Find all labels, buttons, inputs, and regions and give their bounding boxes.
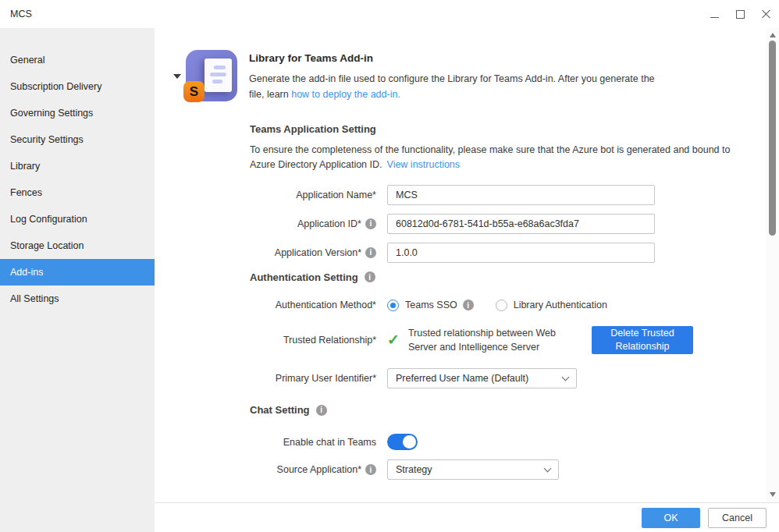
teams-sso-info-icon[interactable]: i	[463, 300, 474, 310]
application-version-info-icon[interactable]: i	[365, 247, 376, 258]
source-application-value: Strategy	[396, 464, 432, 475]
application-version-row: Application Version* i	[250, 243, 766, 263]
icon-chat-line	[214, 66, 226, 69]
enable-chat-toggle[interactable]	[387, 434, 418, 450]
enable-chat-label-text: Enable chat in Teams	[283, 437, 376, 448]
authentication-method-label-text: Authentication Method*	[276, 300, 376, 310]
teams-application-form: Application Name* Application ID* i	[250, 185, 766, 263]
sidebar-item-governing-settings[interactable]: Governing Settings	[0, 100, 155, 126]
application-name-input[interactable]	[387, 185, 655, 205]
trusted-relationship-label-text: Trusted Relationship*	[283, 335, 376, 346]
sidebar-item-security-settings[interactable]: Security Settings	[0, 126, 155, 153]
teams-sso-radio[interactable]	[387, 300, 399, 311]
window-controls	[702, 0, 779, 28]
close-button[interactable]	[753, 0, 779, 28]
primary-user-identifier-label-text: Primary User Identifier*	[276, 373, 376, 384]
scroll-down-icon[interactable]	[770, 492, 776, 497]
authentication-setting-info-icon[interactable]: i	[365, 271, 375, 282]
source-application-select[interactable]: Strategy	[387, 459, 559, 480]
teams-sso-label: Teams SSO	[405, 300, 457, 310]
toggle-knob	[403, 435, 416, 449]
dialog-footer: OK Cancel	[155, 502, 779, 532]
application-version-label: Application Version* i	[250, 247, 376, 258]
application-id-label: Application ID* i	[250, 218, 376, 229]
cancel-button[interactable]: Cancel	[708, 508, 767, 528]
application-name-label: Application Name*	[250, 190, 376, 200]
settings-window: MCS General Subscription Delivery Govern…	[0, 0, 779, 532]
scroll-up-icon[interactable]	[770, 33, 776, 37]
application-name-row: Application Name*	[250, 185, 766, 205]
sidebar-item-storage-location[interactable]: Storage Location	[0, 232, 155, 259]
addin-header: S Library for Teams Add-in Generate the …	[173, 50, 766, 102]
trusted-relationship-row: Trusted Relationship* ✓ Trusted relation…	[250, 326, 766, 354]
sidebar: General Subscription Delivery Governing …	[0, 28, 155, 532]
app-body: General Subscription Delivery Governing …	[0, 28, 779, 532]
chat-setting-section: Chat Setting i Enable chat in Teams	[250, 404, 766, 480]
chevron-down-icon	[562, 373, 570, 381]
source-application-label-text: Source Application*	[277, 464, 361, 475]
addin-title: Library for Teams Add-in	[249, 52, 671, 64]
azure-bot-note: To ensure the completeness of the functi…	[250, 143, 749, 173]
application-version-input[interactable]	[387, 243, 655, 263]
source-application-label: Source Application* i	[250, 464, 376, 475]
sidebar-item-subscription-delivery[interactable]: Subscription Delivery	[0, 73, 155, 100]
delete-trusted-relationship-button[interactable]: Delete Trusted Relationship	[592, 326, 693, 354]
authentication-setting-heading: Authentication Setting i	[250, 271, 766, 283]
authentication-method-label: Authentication Method*	[250, 300, 376, 310]
chat-setting-info-icon[interactable]: i	[316, 405, 327, 416]
window-title: MCS	[10, 9, 32, 20]
chat-setting-heading-text: Chat Setting	[250, 404, 310, 416]
application-id-label-text: Application ID*	[297, 218, 361, 229]
authentication-method-row: Authentication Method* Teams SSO i Libra…	[250, 300, 766, 311]
addin-text-block: Library for Teams Add-in Generate the ad…	[249, 50, 671, 102]
deploy-addin-link[interactable]: how to deploy the add-in.	[291, 89, 400, 100]
sidebar-item-log-configuration[interactable]: Log Configuration	[0, 206, 155, 232]
application-name-label-text: Application Name*	[296, 190, 376, 200]
enable-chat-label: Enable chat in Teams	[250, 437, 376, 448]
primary-user-identifier-select[interactable]: Preferred User Name (Default)	[387, 368, 577, 388]
minimize-icon	[710, 17, 719, 18]
icon-chat-line	[212, 80, 222, 83]
authentication-setting-heading-text: Authentication Setting	[250, 271, 358, 283]
application-id-row: Application ID* i	[250, 214, 766, 234]
azure-bot-note-text: To ensure the completeness of the functi…	[250, 144, 730, 170]
sidebar-item-library[interactable]: Library	[0, 153, 155, 179]
application-id-input[interactable]	[387, 214, 655, 234]
primary-user-identifier-label: Primary User Identifier*	[250, 373, 376, 384]
teams-application-setting-section: Teams Application Setting To ensure the …	[250, 123, 766, 263]
ok-button[interactable]: OK	[642, 508, 700, 528]
trusted-relationship-label: Trusted Relationship*	[250, 335, 376, 346]
collapse-caret-icon[interactable]	[173, 74, 181, 79]
sidebar-item-fences[interactable]: Fences	[0, 179, 155, 206]
library-authentication-radio[interactable]	[496, 300, 507, 311]
check-icon: ✓	[387, 332, 400, 347]
application-id-info-icon[interactable]: i	[365, 218, 376, 229]
chevron-down-icon	[544, 464, 552, 472]
titlebar: MCS	[0, 0, 779, 28]
sidebar-item-all-settings[interactable]: All Settings	[0, 286, 155, 312]
maximize-button[interactable]	[727, 0, 753, 28]
addin-description: Generate the add-in file used to configu…	[249, 71, 671, 102]
strategy-badge: S	[183, 81, 205, 102]
trusted-relationship-status-text: Trusted relationship between Web Server …	[408, 326, 578, 354]
close-icon	[762, 9, 771, 19]
main-panel: S Library for Teams Add-in Generate the …	[155, 28, 779, 532]
minimize-button[interactable]	[702, 0, 727, 28]
chat-setting-heading: Chat Setting i	[250, 404, 766, 416]
teams-addin-icon: S	[186, 50, 237, 101]
vertical-scrollbar[interactable]	[766, 28, 779, 502]
sidebar-item-add-ins[interactable]: Add-ins	[0, 259, 155, 286]
source-application-row: Source Application* i Strategy	[250, 459, 766, 480]
teams-application-setting-heading-text: Teams Application Setting	[250, 123, 376, 135]
primary-user-identifier-row: Primary User Identifier* Preferred User …	[250, 368, 766, 388]
primary-user-identifier-value: Preferred User Name (Default)	[396, 373, 528, 384]
scrollbar-thumb[interactable]	[769, 41, 776, 236]
teams-addin-icon-card	[205, 59, 232, 92]
maximize-icon	[736, 10, 745, 19]
addins-content: S Library for Teams Add-in Generate the …	[155, 28, 766, 502]
source-application-info-icon[interactable]: i	[365, 464, 376, 475]
view-instructions-link[interactable]: View instructions	[387, 159, 461, 170]
sidebar-item-general[interactable]: General	[0, 47, 155, 73]
enable-chat-row: Enable chat in Teams	[250, 434, 766, 450]
library-authentication-label: Library Authentication	[514, 300, 607, 310]
